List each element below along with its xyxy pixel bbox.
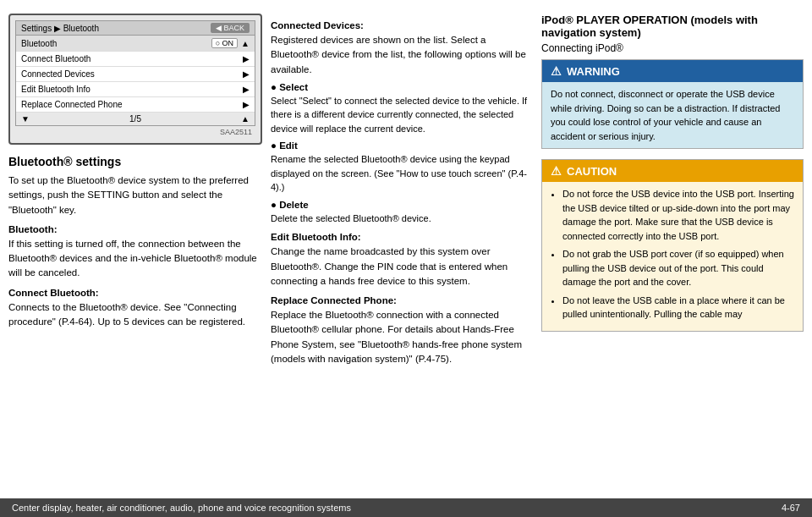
menu-item-replace-phone[interactable]: Replace Connected Phone ▶ (16, 97, 255, 113)
warning-label: WARNING (567, 65, 620, 78)
caution-box: ⚠ CAUTION Do not force the USB device in… (541, 159, 804, 332)
nav-up-arrow[interactable]: ▲ (241, 39, 250, 48)
ipod-title: iPod® PLAYER OPERATION (models with navi… (541, 14, 804, 39)
connected-devices-title: Connected Devices: (271, 20, 533, 30)
bullet-edit: ● Edit Rename the selected Bluetooth® de… (271, 140, 533, 195)
nav-up2-arrow[interactable]: ▲ (241, 114, 250, 124)
edit-info-text: Change the name broadcasted by this syst… (271, 245, 533, 289)
page: Settings ▶ Bluetooth ◀ BACK Bluetooth ○ … (0, 0, 812, 517)
warning-box: ⚠ WARNING Do not connect, disconnect or … (541, 59, 804, 149)
caution-item-3: Do not leave the USB cable in a place wh… (562, 294, 794, 322)
delete-text: Delete the selected Bluetooth® device. (271, 212, 533, 226)
edit-info-title: Edit Bluetooth Info: (271, 232, 533, 242)
caution-header: ⚠ CAUTION (542, 160, 803, 182)
caution-item-2: Do not grab the USB port cover (if so eq… (562, 247, 794, 289)
warning-icon: ⚠ (551, 64, 562, 78)
caution-label: CAUTION (567, 165, 617, 178)
bullet-delete: ● Delete Delete the selected Bluetooth® … (271, 200, 533, 226)
warning-text: Do not connect, disconnect or operate th… (551, 87, 794, 143)
screen-inner: Settings ▶ Bluetooth ◀ BACK Bluetooth ○ … (15, 20, 255, 126)
footer-text: Center display, heater, air conditioner,… (12, 503, 351, 513)
nav-down-arrow[interactable]: ▼ (21, 114, 30, 124)
connect-arrow: ▶ (243, 54, 250, 63)
connect-title: Connect Bluetooth: (8, 288, 262, 298)
connect-text: Connects to the Bluetooth® device. See "… (8, 300, 262, 330)
middle-column: Connected Devices: Registered devices ar… (271, 14, 533, 490)
warning-body: Do not connect, disconnect or operate th… (542, 82, 803, 148)
edit-arrow: ▶ (243, 85, 250, 94)
section-title: Bluetooth® settings (8, 155, 262, 168)
replace-arrow: ▶ (243, 100, 250, 109)
menu-item-edit-bluetooth[interactable]: Edit Bluetooth Info ▶ (16, 82, 255, 97)
bluetooth-title: Bluetooth: (8, 224, 262, 234)
on-badge: ○ ON (211, 38, 238, 48)
footer-page-number: 4-67 (782, 503, 800, 513)
header-path: Settings ▶ Bluetooth (21, 24, 99, 33)
left-column: Settings ▶ Bluetooth ◀ BACK Bluetooth ○ … (8, 14, 262, 490)
screen-nav: ▼ 1/5 ▲ (16, 113, 255, 125)
connected-devices-text: Registered devices are shown on the list… (271, 33, 533, 77)
replace-title: Replace Connected Phone: (271, 295, 533, 305)
caution-icon: ⚠ (551, 164, 562, 178)
main-content: Settings ▶ Bluetooth ◀ BACK Bluetooth ○ … (0, 0, 812, 498)
connected-arrow: ▶ (243, 69, 250, 79)
right-column: iPod® PLAYER OPERATION (models with navi… (541, 14, 804, 490)
screen-header: Settings ▶ Bluetooth ◀ BACK (16, 21, 255, 36)
caution-item-1: Do not force the USB device into the USB… (562, 187, 794, 243)
replace-text: Replace the Bluetooth® connection with a… (271, 308, 533, 366)
menu-item-bluetooth[interactable]: Bluetooth ○ ON ▲ (16, 36, 255, 52)
menu-item-connected-devices[interactable]: Connected Devices ▶ (16, 67, 255, 82)
connecting-title: Connecting iPod® (541, 42, 804, 54)
caution-body: Do not force the USB device into the USB… (542, 182, 803, 331)
warning-header: ⚠ WARNING (542, 60, 803, 82)
caution-list: Do not force the USB device into the USB… (551, 187, 794, 322)
bullet-select: ● Select Select "Select" to connect the … (271, 82, 533, 136)
select-text: Select "Select" to connect the selected … (271, 94, 533, 136)
intro-text: To set up the Bluetooth® device system t… (8, 173, 262, 217)
footer: Center display, heater, air conditioner,… (0, 498, 812, 517)
back-button[interactable]: ◀ BACK (211, 23, 250, 33)
page-indicator: 1/5 (129, 114, 141, 124)
device-screenshot: Settings ▶ Bluetooth ◀ BACK Bluetooth ○ … (8, 14, 262, 145)
edit-text: Rename the selected Bluetooth® device us… (271, 152, 533, 195)
menu-item-connect-bluetooth[interactable]: Connect Bluetooth ▶ (16, 52, 255, 67)
bluetooth-text: If this setting is turned off, the conne… (8, 237, 262, 281)
image-code: SAA2511 (15, 126, 255, 138)
